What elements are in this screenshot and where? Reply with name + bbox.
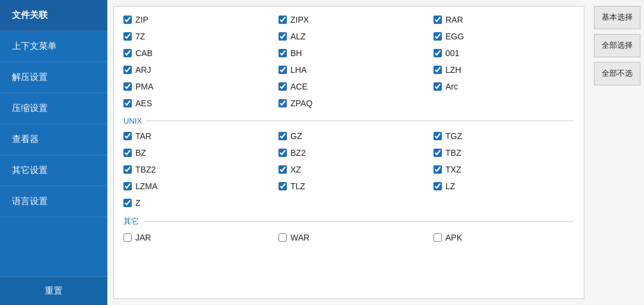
checkbox-arj[interactable] <box>123 66 132 74</box>
format-item-jar: JAR <box>116 229 271 246</box>
deselect-all-button[interactable]: 全部不选 <box>594 62 640 85</box>
checkbox-jar[interactable] <box>123 233 132 242</box>
format-item-zipx: ZIPX <box>271 11 426 28</box>
checkbox-bh[interactable] <box>278 49 287 57</box>
checkbox-lzma[interactable] <box>123 182 132 190</box>
format-item-7z: 7Z <box>116 28 271 45</box>
checkbox-bz[interactable] <box>123 149 132 157</box>
checkbox-tbz2[interactable] <box>123 165 132 174</box>
section-header-unix: UNIX <box>116 112 581 128</box>
format-item-alz: ALZ <box>271 28 426 45</box>
checkbox-bz2[interactable] <box>278 149 287 157</box>
checkbox-001[interactable] <box>434 49 442 57</box>
checkbox-egg[interactable] <box>434 32 442 41</box>
checkbox-zpaq[interactable] <box>278 99 287 107</box>
format-item-rar: RAR <box>426 11 581 28</box>
format-item-xz: XZ <box>271 161 426 178</box>
sidebar-item-viewer[interactable]: 查看器 <box>0 124 107 155</box>
format-grid-main: ZIP ZIPX RAR 7Z ALZ <box>116 11 581 246</box>
checkbox-rar[interactable] <box>434 16 442 24</box>
sidebar-item-context-menu[interactable]: 上下文菜单 <box>0 31 107 62</box>
checkbox-apk[interactable] <box>434 233 442 242</box>
format-item-zip: ZIP <box>116 11 271 28</box>
format-item-cab: CAB <box>116 45 271 61</box>
sidebar-item-other-settings[interactable]: 其它设置 <box>0 155 107 186</box>
format-item-lz: LZ <box>426 178 581 195</box>
format-item-lzh: LZH <box>426 61 581 78</box>
right-button-panel: 基本选择 全部选择 全部不选 <box>590 0 644 305</box>
format-item-ace: ACE <box>271 78 426 95</box>
checkbox-txz[interactable] <box>434 165 442 174</box>
checkbox-lz[interactable] <box>434 182 442 190</box>
format-item-001: 001 <box>426 45 581 61</box>
format-item-arj: ARJ <box>116 61 271 78</box>
format-item-tlz: TLZ <box>271 178 426 195</box>
format-item-tbz: TBZ <box>426 144 581 161</box>
checkbox-tgz[interactable] <box>434 132 442 140</box>
format-item-gz: GZ <box>271 128 426 144</box>
checkbox-war[interactable] <box>278 233 287 242</box>
format-item-zpaq: ZPAQ <box>271 95 426 112</box>
checkbox-aes[interactable] <box>123 99 132 107</box>
format-item-empty-3 <box>426 195 581 211</box>
checkbox-pma[interactable] <box>123 82 132 91</box>
format-item-arc: Arc <box>426 78 581 95</box>
format-item-txz: TXZ <box>426 161 581 178</box>
checkbox-z[interactable] <box>123 199 132 207</box>
file-format-panel: ZIP ZIPX RAR 7Z ALZ <box>113 6 584 299</box>
format-item-z: Z <box>116 195 271 211</box>
checkbox-ace[interactable] <box>278 82 287 91</box>
section-header-other: 其它 <box>116 211 581 229</box>
sidebar-item-compress-settings[interactable]: 压缩设置 <box>0 93 107 124</box>
format-item-empty-2 <box>271 195 426 211</box>
sidebar: 文件关联 上下文菜单 解压设置 压缩设置 查看器 其它设置 语言设置 重置 <box>0 0 107 305</box>
checkbox-alz[interactable] <box>278 32 287 41</box>
format-item-war: WAR <box>271 229 426 246</box>
checkbox-lha[interactable] <box>278 66 287 74</box>
format-item-egg: EGG <box>426 28 581 45</box>
main-content: ZIP ZIPX RAR 7Z ALZ <box>107 0 644 305</box>
format-item-lzma: LZMA <box>116 178 271 195</box>
checkbox-gz[interactable] <box>278 132 287 140</box>
checkbox-zipx[interactable] <box>278 16 287 24</box>
format-item-aes: AES <box>116 95 271 112</box>
sidebar-item-extract-settings[interactable]: 解压设置 <box>0 62 107 93</box>
format-item-bh: BH <box>271 45 426 61</box>
format-item-bz2: BZ2 <box>271 144 426 161</box>
sidebar-item-language[interactable]: 语言设置 <box>0 186 107 217</box>
format-item-tbz2: TBZ2 <box>116 161 271 178</box>
format-item-lha: LHA <box>271 61 426 78</box>
checkbox-7z[interactable] <box>123 32 132 41</box>
checkbox-tbz[interactable] <box>434 149 442 157</box>
format-item-pma: PMA <box>116 78 271 95</box>
format-item-tgz: TGZ <box>426 128 581 144</box>
checkbox-arc[interactable] <box>434 82 442 91</box>
checkbox-tar[interactable] <box>123 132 132 140</box>
checkbox-lzh[interactable] <box>434 66 442 74</box>
sidebar-item-file-assoc[interactable]: 文件关联 <box>0 0 107 31</box>
checkbox-xz[interactable] <box>278 165 287 174</box>
basic-select-button[interactable]: 基本选择 <box>594 6 640 29</box>
format-item-empty-1 <box>426 95 581 112</box>
select-all-button[interactable]: 全部选择 <box>594 34 640 57</box>
format-item-apk: APK <box>426 229 581 246</box>
reset-button[interactable]: 重置 <box>0 276 107 305</box>
checkbox-tlz[interactable] <box>278 182 287 190</box>
format-item-bz: BZ <box>116 144 271 161</box>
checkbox-zip[interactable] <box>123 16 132 24</box>
checkbox-cab[interactable] <box>123 49 132 57</box>
format-item-tar: TAR <box>116 128 271 144</box>
file-format-scroll[interactable]: ZIP ZIPX RAR 7Z ALZ <box>114 7 584 298</box>
